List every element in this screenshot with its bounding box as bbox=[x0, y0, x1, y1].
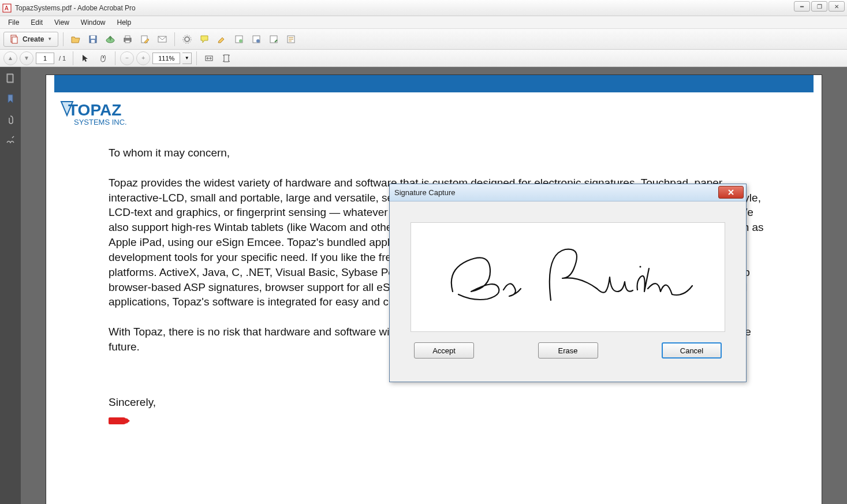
svg-point-25 bbox=[639, 266, 641, 268]
create-button[interactable]: Create ▼ bbox=[3, 32, 58, 47]
signature-canvas[interactable] bbox=[411, 222, 725, 332]
toolbar-main: Create ▼ bbox=[0, 29, 847, 50]
svg-point-18 bbox=[256, 39, 260, 43]
select-tool-icon[interactable] bbox=[78, 51, 93, 66]
menu-file[interactable]: File bbox=[3, 17, 24, 28]
svg-rect-6 bbox=[91, 40, 95, 43]
bookmarks-icon[interactable] bbox=[4, 92, 17, 105]
edit-icon[interactable] bbox=[137, 32, 152, 47]
email-icon[interactable] bbox=[155, 32, 170, 47]
stamp-icon[interactable] bbox=[232, 32, 247, 47]
create-label: Create bbox=[23, 35, 44, 43]
toolbar-nav: ▲ ▼ / 1 − + ▼ bbox=[0, 50, 847, 67]
save-icon[interactable] bbox=[85, 32, 100, 47]
zoom-out-button[interactable]: − bbox=[120, 51, 134, 65]
svg-text:A: A bbox=[5, 5, 9, 12]
open-icon[interactable] bbox=[68, 32, 83, 47]
greeting: To whom it may concern, bbox=[109, 145, 764, 160]
thumbnails-icon[interactable] bbox=[4, 72, 17, 84]
zoom-input[interactable] bbox=[152, 53, 180, 64]
svg-rect-9 bbox=[125, 36, 130, 38]
header-bar bbox=[54, 75, 814, 92]
accept-button[interactable]: Accept bbox=[414, 342, 474, 359]
attachments-icon[interactable] bbox=[4, 113, 17, 126]
signatures-icon[interactable] bbox=[4, 134, 17, 147]
svg-rect-5 bbox=[91, 36, 95, 39]
page-number-input[interactable] bbox=[36, 53, 54, 64]
fit-page-icon[interactable] bbox=[219, 51, 234, 66]
maximize-button[interactable]: ❐ bbox=[811, 1, 827, 12]
signature-field-placeholder[interactable] bbox=[109, 417, 127, 424]
chevron-down-icon: ▼ bbox=[47, 36, 52, 42]
divider bbox=[73, 51, 73, 65]
divider bbox=[63, 32, 64, 46]
closing: Sincerely, bbox=[109, 395, 764, 410]
gear-icon[interactable] bbox=[180, 32, 195, 47]
page-down-button[interactable]: ▼ bbox=[20, 51, 33, 65]
divider bbox=[196, 51, 197, 65]
logo-text-bottom: SYSTEMS INC. bbox=[74, 118, 127, 126]
menu-bar: File Edit View Window Help bbox=[0, 16, 847, 29]
divider bbox=[115, 51, 115, 65]
logo: TOPAZ SYSTEMS INC. bbox=[46, 92, 822, 132]
svg-rect-10 bbox=[125, 40, 130, 43]
sign-icon[interactable] bbox=[266, 32, 281, 47]
svg-rect-3 bbox=[12, 37, 17, 43]
minimize-button[interactable]: ━ bbox=[794, 1, 810, 12]
fit-width-icon[interactable] bbox=[202, 51, 217, 66]
dialog-titlebar: Signature Capture bbox=[390, 184, 746, 201]
attach-icon[interactable] bbox=[249, 32, 264, 47]
nav-panel bbox=[0, 67, 21, 504]
page-total: / 1 bbox=[59, 55, 66, 62]
highlight-icon[interactable] bbox=[214, 32, 229, 47]
divider bbox=[174, 32, 175, 46]
close-button[interactable]: ✕ bbox=[829, 1, 845, 12]
page-up-button[interactable]: ▲ bbox=[3, 51, 17, 65]
comment-icon[interactable] bbox=[197, 32, 212, 47]
erase-button[interactable]: Erase bbox=[538, 342, 598, 359]
svg-point-13 bbox=[185, 37, 189, 42]
svg-rect-22 bbox=[224, 55, 229, 62]
dialog-title: Signature Capture bbox=[394, 188, 456, 197]
menu-edit[interactable]: Edit bbox=[26, 17, 47, 28]
cancel-button[interactable]: Cancel bbox=[662, 342, 722, 359]
svg-point-16 bbox=[239, 39, 242, 43]
window-titlebar: A TopazSystems.pdf - Adobe Acrobat Pro ━… bbox=[0, 0, 847, 16]
menu-view[interactable]: View bbox=[50, 17, 74, 28]
app-icon: A bbox=[2, 3, 12, 13]
dialog-close-button[interactable] bbox=[718, 186, 744, 199]
cloud-icon[interactable] bbox=[103, 32, 118, 47]
form-icon[interactable] bbox=[283, 32, 298, 47]
zoom-in-button[interactable]: + bbox=[136, 51, 150, 65]
hand-tool-icon[interactable] bbox=[95, 51, 110, 66]
menu-window[interactable]: Window bbox=[76, 17, 110, 28]
logo-text-top: TOPAZ bbox=[68, 101, 121, 119]
zoom-dropdown[interactable]: ▼ bbox=[182, 53, 192, 64]
menu-help[interactable]: Help bbox=[113, 17, 136, 28]
print-icon[interactable] bbox=[120, 32, 135, 47]
signature-capture-dialog: Signature Capture Accept Erase Cancel bbox=[389, 184, 747, 382]
window-title: TopazSystems.pdf - Adobe Acrobat Pro bbox=[15, 4, 136, 12]
